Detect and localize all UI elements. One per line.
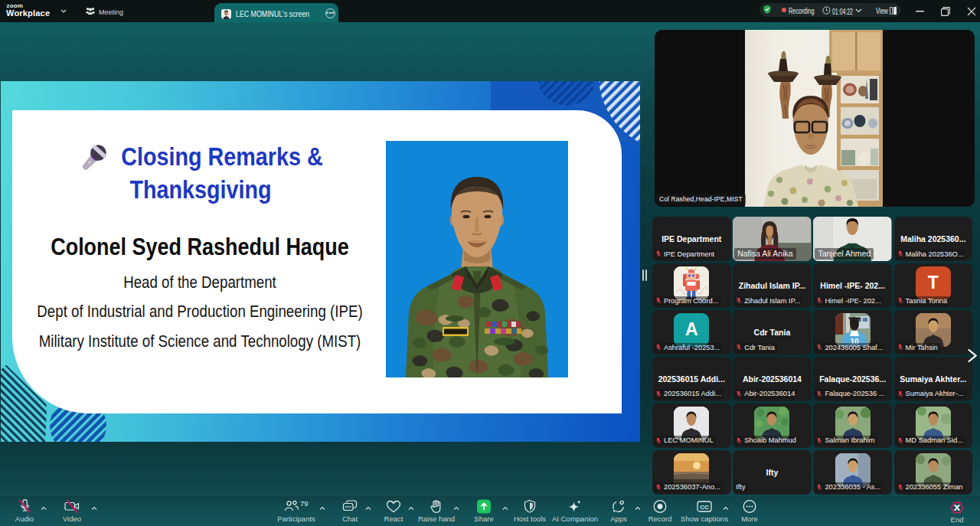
svg-text:CC: CC <box>700 504 709 511</box>
svg-text:79: 79 <box>300 499 309 508</box>
